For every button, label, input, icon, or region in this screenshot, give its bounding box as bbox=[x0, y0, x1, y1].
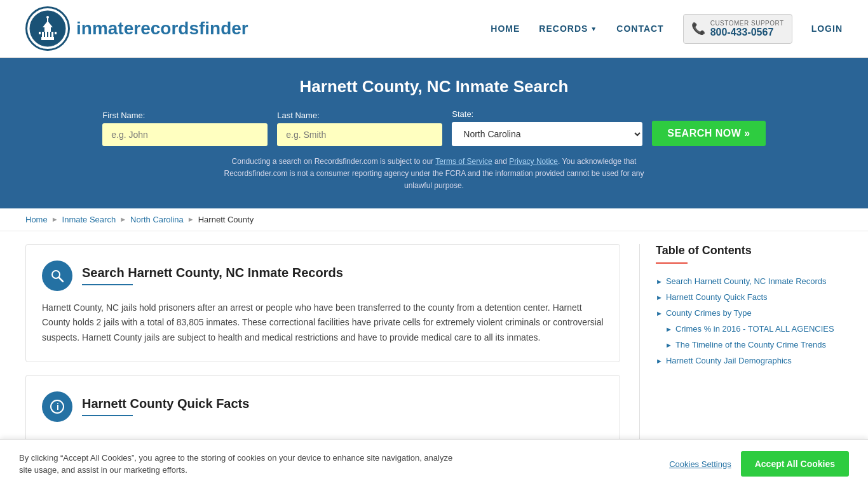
logo-icon bbox=[25, 6, 70, 51]
content-left: Search Harnett County, NC Inmate Records… bbox=[25, 244, 639, 442]
toc-item-2: ► Harnett County Quick Facts bbox=[656, 289, 843, 305]
main-content: Search Harnett County, NC Inmate Records… bbox=[0, 231, 868, 454]
last-name-label: Last Name: bbox=[277, 111, 319, 120]
svg-rect-9 bbox=[47, 32, 48, 37]
section-inmate-records: Search Harnett County, NC Inmate Records… bbox=[25, 244, 620, 362]
cookie-banner: By clicking “Accept All Cookies”, you ag… bbox=[0, 439, 868, 454]
toc-link-4[interactable]: ► Crimes % in 2016 - TOTAL ALL AGENCIES bbox=[665, 324, 843, 334]
cookie-actions: Cookies Settings Accept All Cookies bbox=[669, 451, 849, 454]
section-quick-facts: i Harnett County Quick Facts bbox=[25, 375, 620, 442]
breadcrumb-sep-3: ► bbox=[187, 215, 194, 223]
arrow-icon-6: ► bbox=[656, 357, 663, 365]
search-icon bbox=[50, 268, 65, 283]
breadcrumb-current: Harnett County bbox=[198, 215, 254, 224]
last-name-input[interactable] bbox=[277, 123, 442, 146]
toc-underline bbox=[656, 262, 688, 264]
svg-text:i: i bbox=[57, 402, 59, 412]
cookie-text: By clicking “Accept All Cookies”, you ag… bbox=[19, 452, 464, 454]
breadcrumb-sep-1: ► bbox=[51, 215, 58, 223]
support-phone: 800-433-0567 bbox=[710, 27, 784, 38]
svg-point-6 bbox=[46, 16, 49, 18]
arrow-icon-5: ► bbox=[665, 341, 672, 349]
svg-rect-3 bbox=[44, 27, 51, 32]
svg-rect-7 bbox=[41, 32, 42, 37]
first-name-label: First Name: bbox=[102, 111, 145, 120]
toc-list: ► Search Harnett County, NC Inmate Recor… bbox=[656, 273, 843, 369]
toc-item-5: ► The Timeline of the County Crime Trend… bbox=[656, 337, 843, 353]
first-name-group: First Name: bbox=[102, 111, 268, 146]
info-icon: i bbox=[50, 399, 65, 414]
nav-contact[interactable]: CONTACT bbox=[616, 24, 663, 34]
section-title-2: Harnett County Quick Facts bbox=[82, 396, 249, 411]
search-form: First Name: Last Name: State: North Caro… bbox=[25, 109, 843, 146]
state-label: State: bbox=[452, 109, 473, 119]
toc-link-6[interactable]: ► Harnett County Jail Demographics bbox=[656, 356, 843, 365]
nav-home[interactable]: HOME bbox=[491, 24, 520, 34]
toc-item-3: ► County Crimes by Type bbox=[656, 305, 843, 321]
section-text-1: Harnett County, NC jails hold prisoners … bbox=[42, 301, 604, 346]
hero-disclaimer: Conducting a search on Recordsfinder.com… bbox=[212, 156, 656, 193]
arrow-icon-3: ► bbox=[656, 309, 663, 317]
toc-link-5[interactable]: ► The Timeline of the County Crime Trend… bbox=[665, 340, 843, 349]
hero-section: Harnett County, NC Inmate Search First N… bbox=[0, 58, 868, 208]
support-label: CUSTOMER SUPPORT bbox=[710, 20, 784, 27]
toc-link-1[interactable]: ► Search Harnett County, NC Inmate Recor… bbox=[656, 276, 843, 286]
breadcrumb-north-carolina[interactable]: North Carolina bbox=[130, 215, 184, 224]
toc-item-6: ► Harnett County Jail Demographics bbox=[656, 353, 843, 369]
search-icon-circle bbox=[42, 261, 72, 291]
chevron-down-icon: ▼ bbox=[590, 25, 597, 32]
header: inmaterecordsfinder HOME RECORDS ▼ CONTA… bbox=[0, 0, 868, 58]
arrow-icon-4: ► bbox=[665, 325, 672, 333]
toc-item-1: ► Search Harnett County, NC Inmate Recor… bbox=[656, 273, 843, 289]
login-button[interactable]: LOGIN bbox=[811, 24, 843, 34]
cookie-accept-button[interactable]: Accept All Cookies bbox=[741, 451, 849, 454]
section-title-underline-1 bbox=[82, 284, 133, 285]
last-name-group: Last Name: bbox=[277, 111, 442, 146]
toc-link-3[interactable]: ► County Crimes by Type bbox=[656, 308, 843, 318]
state-group: State: North Carolina bbox=[452, 109, 642, 146]
state-select[interactable]: North Carolina bbox=[452, 122, 642, 146]
section-header-1: Search Harnett County, NC Inmate Records bbox=[42, 261, 604, 291]
toc-title: Table of Contents bbox=[656, 244, 843, 257]
breadcrumb-sep-2: ► bbox=[119, 215, 126, 223]
nav-records[interactable]: RECORDS ▼ bbox=[539, 24, 597, 34]
arrow-icon-1: ► bbox=[656, 278, 663, 285]
section-title-1: Search Harnett County, NC Inmate Records bbox=[82, 266, 343, 280]
logo-area: inmaterecordsfinder bbox=[25, 6, 248, 51]
page-title: Harnett County, NC Inmate Search bbox=[25, 77, 843, 97]
privacy-link[interactable]: Privacy Notice bbox=[509, 157, 558, 166]
info-icon-circle: i bbox=[42, 391, 72, 422]
toc-link-2[interactable]: ► Harnett County Quick Facts bbox=[656, 292, 843, 302]
logo-text: inmaterecordsfinder bbox=[76, 18, 248, 39]
svg-rect-8 bbox=[44, 32, 45, 37]
svg-line-13 bbox=[59, 278, 63, 281]
svg-rect-11 bbox=[53, 32, 55, 37]
section-header-2: i Harnett County Quick Facts bbox=[42, 391, 604, 422]
first-name-input[interactable] bbox=[102, 123, 268, 146]
content-right: Table of Contents ► Search Harnett Count… bbox=[639, 244, 843, 442]
breadcrumb: Home ► Inmate Search ► North Carolina ► … bbox=[0, 208, 868, 231]
terms-link[interactable]: Terms of Service bbox=[435, 157, 492, 166]
toc-item-4: ► Crimes % in 2016 - TOTAL ALL AGENCIES bbox=[656, 321, 843, 337]
search-button[interactable]: SEARCH NOW » bbox=[652, 121, 765, 146]
phone-icon: 📞 bbox=[691, 22, 705, 36]
arrow-icon-2: ► bbox=[656, 294, 663, 301]
svg-rect-10 bbox=[50, 32, 51, 37]
breadcrumb-inmate-search[interactable]: Inmate Search bbox=[62, 215, 116, 224]
section-title-underline-2 bbox=[82, 415, 133, 416]
main-nav: HOME RECORDS ▼ CONTACT 📞 CUSTOMER SUPPOR… bbox=[491, 14, 843, 44]
customer-support-area[interactable]: 📞 CUSTOMER SUPPORT 800-433-0567 bbox=[683, 14, 792, 44]
breadcrumb-home[interactable]: Home bbox=[25, 215, 48, 224]
